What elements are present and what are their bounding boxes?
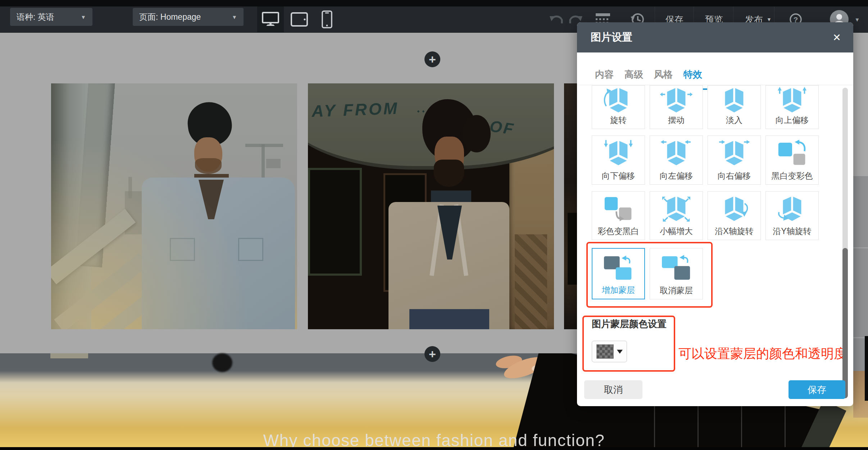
cube-rotate-icon [602,86,635,115]
gallery-photo-1[interactable] [51,83,297,329]
effect-cube-swing[interactable]: 摆动 [650,85,703,129]
effect-label: 向上偏移 [776,115,809,126]
language-dropdown[interactable]: 语种: 英语 ▼ [10,8,92,26]
decor-shape [212,353,232,372]
bw-to-color-icon [776,139,809,167]
desktop-icon [262,11,280,28]
effect-label: 向下偏移 [602,170,635,182]
effect-cube-grow[interactable]: 小幅增大 [650,191,703,240]
effect-label: 向左偏移 [660,170,693,182]
account-caret-button[interactable]: ▼ [852,6,863,32]
effect-cube-left[interactable]: 向左偏移 [650,136,703,185]
effect-label: 彩色变黑白 [598,226,639,237]
tablet-icon [291,12,308,27]
cube-fade-icon [718,86,751,115]
effects-row-2: 向下偏移向左偏移向右偏移黑白变彩色 [592,136,819,185]
color-to-bw-icon [602,194,635,223]
effect-cube-rotate[interactable]: 旋转 [592,85,645,129]
phone-icon [322,10,332,28]
color-swatch [596,344,614,359]
effect-cube-rotate-y[interactable]: 沿Y轴旋转 [765,191,819,240]
page-dropdown-label: 页面: Homepage [139,12,201,23]
cube-swing-icon [660,86,693,115]
add-section-button-bottom[interactable]: + [424,346,440,362]
effects-row-3: 彩色变黑白小幅增大沿X轴旋转沿Y轴旋转 [592,191,819,240]
language-dropdown-label: 语种: 英语 [17,12,54,23]
add-section-button-top[interactable]: + [424,51,440,67]
decor-shape [0,447,868,450]
cube-rotate-x-icon [718,194,751,223]
cube-right-icon [718,139,751,167]
tab-特效[interactable]: 特效 [683,68,703,85]
modal-tabs: 内容高级风格特效 [594,68,703,85]
tab-内容[interactable]: 内容 [594,68,614,85]
cancel-button[interactable]: 取消 [584,380,642,399]
cube-rotate-y-icon [776,194,809,223]
effect-cube-fade[interactable]: 淡入 [708,85,761,129]
undo-icon [549,13,563,26]
tutorial-annotation: 可以设置蒙层的颜色和透明度 [678,345,847,363]
device-phone-button[interactable] [318,6,336,32]
effect-label: 取消蒙层 [660,285,693,296]
effect-mask-remove[interactable]: 取消蒙层 [650,248,703,299]
mask-remove-icon [660,252,693,281]
cube-down-icon [602,139,635,167]
effect-label: 向右偏移 [718,170,751,182]
modal-title: 图片设置 [591,30,632,45]
device-desktop-button[interactable] [257,6,284,32]
caret-down-icon [617,350,623,354]
cube-grow-icon [660,194,693,223]
device-tablet-button[interactable] [288,6,311,32]
effect-label: 淡入 [726,115,742,126]
modal-header: 图片设置 ✕ [577,22,853,52]
gallery-photo-2[interactable]: AY FROM ND OF 25 [308,83,554,329]
effect-label: 旋转 [610,115,627,126]
effect-cube-rotate-x[interactable]: 沿X轴旋转 [708,191,761,240]
mask-add-icon [602,252,635,281]
modal-scrollbar-thumb[interactable] [842,248,848,398]
modal-save-button[interactable]: 保存 [789,380,845,399]
decor-shape [865,336,868,401]
effect-label: 小幅增大 [660,226,693,237]
tab-风格[interactable]: 风格 [653,68,673,85]
cube-up-icon [776,86,809,115]
tab-高级[interactable]: 高级 [624,68,644,85]
close-icon[interactable]: ✕ [833,32,841,43]
effects-row-4: 增加蒙层取消蒙层 [592,248,703,299]
cube-left-icon [660,139,693,167]
decor-shape [0,0,868,6]
effect-bw-to-color[interactable]: 黑白变彩色 [765,136,819,185]
chevron-down-icon: ▼ [767,17,772,22]
decor-shape [51,83,297,329]
decor-shape [50,353,88,358]
website-editor: 语种: 英语 ▼ 页面: Homepage ▼ [0,0,868,450]
page-dropdown[interactable]: 页面: Homepage ▼ [133,8,244,26]
mask-color-setting-label: 图片蒙层颜色设置 [592,318,667,330]
mask-color-picker[interactable] [592,341,627,362]
effect-cube-right[interactable]: 向右偏移 [708,136,761,185]
effect-label: 沿X轴旋转 [715,226,753,237]
undo-button[interactable] [548,6,564,32]
effect-color-to-bw[interactable]: 彩色变黑白 [592,191,645,240]
effect-label: 摆动 [668,115,685,126]
effect-label: 黑白变彩色 [772,170,813,182]
decor-shape [308,83,554,329]
image-settings-modal: 图片设置 ✕ 内容高级风格特效 旋转摆动淡入向上偏移 向下偏移向左偏移向右偏移黑… [577,22,853,406]
decor-shape [853,247,868,248]
effect-cube-down[interactable]: 向下偏移 [592,136,645,185]
effect-label: 沿Y轴旋转 [773,226,811,237]
effect-mask-add[interactable]: 增加蒙层 [592,248,645,299]
chevron-down-icon: ▼ [75,14,86,20]
effect-label: 增加蒙层 [602,285,635,296]
effects-row-1: 旋转摆动淡入向上偏移 [592,85,819,129]
chevron-down-icon: ▼ [226,14,237,20]
effect-cube-up[interactable]: 向上偏移 [765,85,819,129]
